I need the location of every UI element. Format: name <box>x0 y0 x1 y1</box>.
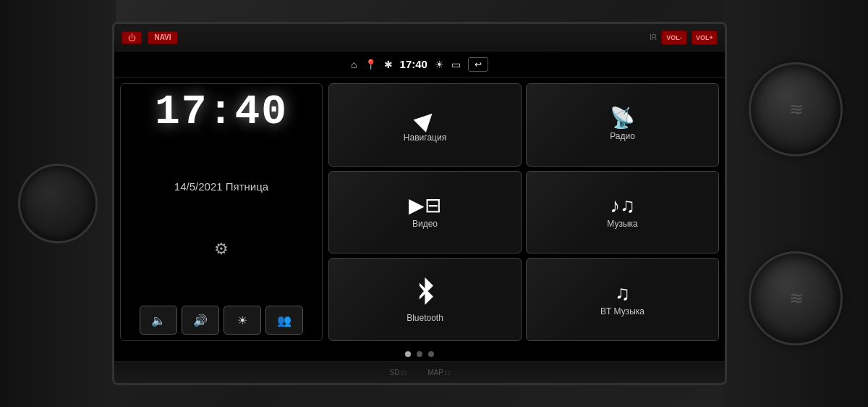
navigation-label: Навигация <box>404 133 446 143</box>
ir-label: IR <box>650 33 657 41</box>
settings-icon[interactable]: ⚙ <box>214 240 229 259</box>
video-app-button[interactable]: ▶⊟ Видео <box>328 171 522 254</box>
bluetooth-label: Bluetooth <box>407 313 443 323</box>
bt-music-label: BT Музыка <box>600 306 644 316</box>
volume-up-button[interactable]: 🔊 <box>182 306 219 335</box>
clock-display: 17:40 <box>155 91 288 133</box>
date-display: 14/5/2021 Пятница <box>174 180 268 193</box>
video-icon: ▶⊟ <box>409 196 441 216</box>
bluetooth-app-icon <box>414 277 436 310</box>
knob-bottom-lines: ≋ <box>789 288 802 309</box>
screen: ⌂ 📍 ✱ 17:40 ☀ ▭ ↩ 17:40 14/5/2021 Пятниц… <box>114 51 725 361</box>
brightness-button[interactable]: ☀ <box>224 306 261 335</box>
head-unit: ⏻ NAVI IR VOL- VOL+ ⌂ 📍 ✱ 17:40 ☀ ▭ ↩ <box>112 22 727 385</box>
left-speaker-area <box>0 0 116 407</box>
top-bar-left: ⏻ NAVI <box>122 31 178 44</box>
volume-up-icon: 🔊 <box>193 314 208 327</box>
navigation-app-button[interactable]: ▶ Навигация <box>328 83 522 167</box>
main-content: 17:40 14/5/2021 Пятница ⚙ 🔈 🔊 ☀ <box>114 77 725 347</box>
right-knob-top[interactable]: ≋ <box>749 62 843 156</box>
contacts-button[interactable]: 👥 <box>265 306 303 335</box>
page-dots <box>114 347 725 361</box>
right-speaker-area: ≋ ≋ <box>723 0 868 407</box>
navigation-icon: ▶ <box>410 104 439 133</box>
status-time: 17:40 <box>400 58 427 70</box>
power-button[interactable]: ⏻ <box>122 31 142 44</box>
sd-label: SD □ <box>389 369 406 377</box>
radio-app-button[interactable]: 📡 Радио <box>526 83 719 167</box>
volume-down-icon: 🔈 <box>151 314 166 327</box>
bluetooth-app-button[interactable]: Bluetooth <box>328 258 522 341</box>
vol-plus-button[interactable]: VOL+ <box>692 30 718 45</box>
contacts-icon: 👥 <box>277 314 292 327</box>
vol-minus-button[interactable]: VOL- <box>661 30 687 45</box>
left-speaker <box>18 164 98 243</box>
dot-2 <box>417 351 422 357</box>
music-icon: ♪♫ <box>610 196 635 216</box>
bottom-controls: 🔈 🔊 ☀ 👥 <box>127 306 316 335</box>
music-app-button[interactable]: ♪♫ Музыка <box>526 171 719 254</box>
top-control-bar: ⏻ NAVI IR VOL- VOL+ <box>114 24 725 51</box>
right-knob-bottom[interactable]: ≋ <box>749 251 843 345</box>
display-status-icon: ▭ <box>451 59 461 70</box>
brightness-status-icon: ☀ <box>435 59 444 70</box>
knob-top-lines: ≋ <box>789 99 802 119</box>
home-icon: ⌂ <box>351 59 357 70</box>
map-label: MAP □ <box>427 369 449 377</box>
bt-music-icon: ♫ <box>615 283 630 303</box>
bt-music-app-button[interactable]: ♫ BT Музыка <box>526 258 719 341</box>
brightness-icon: ☀ <box>237 314 247 327</box>
status-bar: ⌂ 📍 ✱ 17:40 ☀ ▭ ↩ <box>114 51 725 77</box>
bluetooth-status-icon: ✱ <box>384 59 393 70</box>
top-bar-right: IR VOL- VOL+ <box>650 30 718 45</box>
dot-1 <box>405 351 411 357</box>
navi-button[interactable]: NAVI <box>148 31 178 44</box>
dot-3 <box>428 351 434 357</box>
music-label: Музыка <box>607 219 637 229</box>
bottom-bar: SD □ MAP □ <box>114 361 725 383</box>
app-grid: ▶ Навигация 📡 Радио ▶⊟ Видео ♪♫ Музыка <box>328 83 719 341</box>
location-icon: 📍 <box>365 59 377 70</box>
radio-label: Радио <box>610 131 635 141</box>
radio-icon: 📡 <box>610 108 635 128</box>
back-button[interactable]: ↩ <box>468 57 488 72</box>
volume-down-button[interactable]: 🔈 <box>140 306 177 335</box>
clock-panel: 17:40 14/5/2021 Пятница ⚙ 🔈 🔊 ☀ <box>120 83 323 341</box>
video-label: Видео <box>412 219 438 229</box>
back-icon: ↩ <box>475 59 482 70</box>
car-unit: ≋ ≋ MIC RST ⏻ NAVI IR VOL- VOL+ ⌂ <box>0 0 868 407</box>
